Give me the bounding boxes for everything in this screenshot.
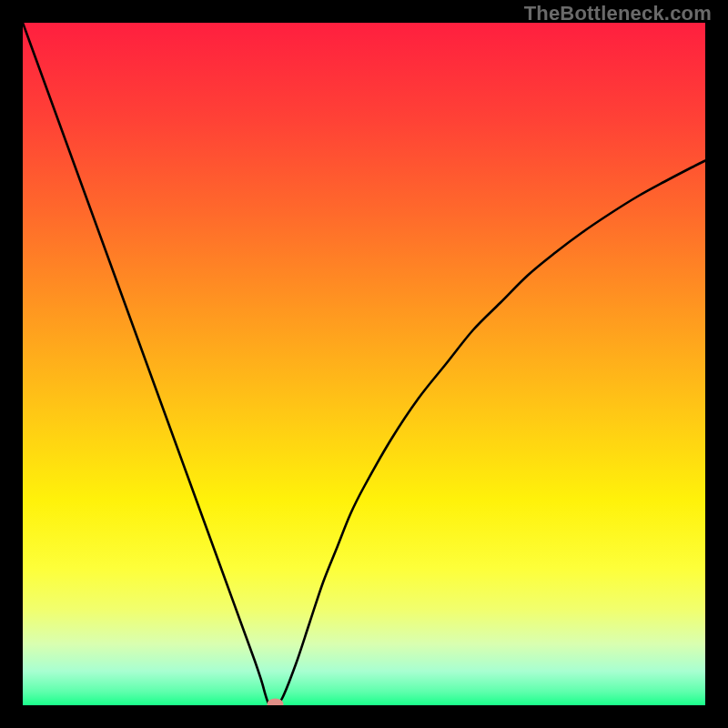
chart-frame: TheBottleneck.com [0, 0, 728, 728]
bottleneck-chart [23, 23, 705, 705]
chart-background [23, 23, 705, 705]
